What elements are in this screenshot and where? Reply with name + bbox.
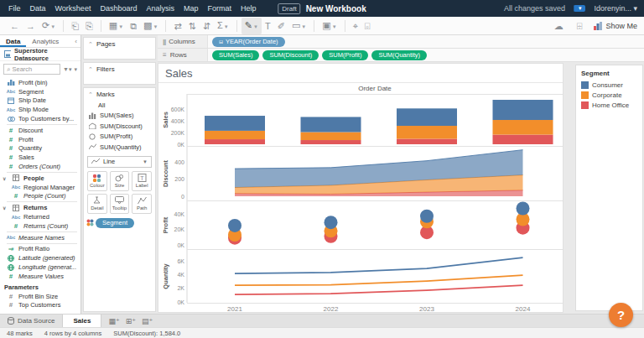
field-returns[interactable]: ∨Returns xyxy=(0,203,80,212)
collapse-pane-icon[interactable]: ‹ xyxy=(75,38,80,45)
menu-format[interactable]: Format xyxy=(207,4,231,13)
field-ship-date[interactable]: Ship Date xyxy=(0,96,80,106)
menu-map[interactable]: Map xyxy=(184,4,199,13)
label-button[interactable]: TLabel xyxy=(132,171,152,191)
collapse-filters-icon[interactable]: ⌃ xyxy=(88,66,93,73)
new-worksheet-icon[interactable]: ▦⁺ xyxy=(108,317,119,325)
menu-analysis[interactable]: Analysis xyxy=(146,4,174,13)
color-shelf-pill-segment[interactable]: Segment xyxy=(96,218,134,228)
field-discount[interactable]: #Discount xyxy=(0,126,80,135)
field-returns-count[interactable]: #Returns (Count) xyxy=(0,221,80,231)
highlight-icon[interactable]: ✎▼ xyxy=(242,18,262,34)
chart-canvas[interactable]: Order Date0K200K400K600KSales0200400Disc… xyxy=(158,64,563,312)
legend-item-corporate[interactable]: Corporate xyxy=(581,90,637,100)
new-dashboard-icon[interactable]: ⊞⁺ xyxy=(126,317,136,325)
group-expand-icon[interactable]: ∨ xyxy=(3,205,8,211)
workbook-title[interactable]: New Workbook xyxy=(306,4,366,13)
show-mark-labels-icon[interactable]: T xyxy=(262,18,274,34)
field-segment[interactable]: AbcSegment xyxy=(0,87,80,96)
search-input[interactable]: ⌕ Search xyxy=(3,64,60,75)
legend-item-consumer[interactable]: Consumer xyxy=(581,80,637,90)
tab-data[interactable]: Data xyxy=(0,35,26,47)
field-profit-bin[interactable]: Profit (bin) xyxy=(0,78,80,87)
forward-icon[interactable]: → xyxy=(23,18,39,34)
field-orders-count[interactable]: #Orders (Count) xyxy=(0,162,80,171)
marks-item-sum-profit[interactable]: SUM(Profit) xyxy=(84,132,155,143)
marks-item-sum-quantity[interactable]: SUM(Quantity) xyxy=(84,142,155,153)
legend-item-home-office[interactable]: Home Office xyxy=(581,100,637,110)
highlighter-icon[interactable]: ⌖ xyxy=(350,18,361,34)
back-icon[interactable]: ← xyxy=(7,18,23,34)
duplicate-icon[interactable]: ⧉ xyxy=(127,18,140,34)
group-expand-icon[interactable]: ∨ xyxy=(3,175,8,181)
field-measure-values[interactable]: #Measure Values xyxy=(0,272,80,281)
pill-sum-profit[interactable]: SUM(Profit) xyxy=(322,50,368,60)
device-preview-icon[interactable]: ▣▼ xyxy=(319,18,340,34)
presentation-mode-icon[interactable]: ⌻ xyxy=(361,18,374,34)
mark-type-dropdown[interactable]: Line ▼ xyxy=(87,156,152,168)
path-button[interactable]: Path xyxy=(132,194,152,214)
field-people[interactable]: ∨People xyxy=(0,174,80,183)
size-button[interactable]: Size xyxy=(110,171,130,191)
new-story-icon[interactable]: ▤⁺ xyxy=(142,317,153,325)
field-profit-bin-size[interactable]: #Profit Bin Size xyxy=(0,292,80,301)
field-longitude-generat[interactable]: Longitude (generat... xyxy=(0,263,80,272)
field-sales[interactable]: #Sales xyxy=(0,153,80,162)
pause-auto-updates-icon[interactable]: ⎘ xyxy=(82,18,96,34)
aggregate-summary: SUM(Discount): 1,584.0 xyxy=(113,330,180,337)
columns-shelf[interactable]: |||Columns ⊟YEAR(Order Date) xyxy=(158,35,644,49)
help-button[interactable]: ? xyxy=(609,303,633,327)
sort-descending-icon[interactable]: ⇵ xyxy=(200,18,214,34)
publish-caret-icon[interactable]: ▾ xyxy=(574,5,586,12)
field-ship-mode[interactable]: AbcShip Mode xyxy=(0,105,80,114)
field-regional-manager[interactable]: AbcRegional Manager xyxy=(0,183,80,192)
new-worksheet-icon[interactable]: ▦▼ xyxy=(106,18,127,34)
marks-item-all[interactable]: All xyxy=(84,100,155,111)
menu-data[interactable]: Data xyxy=(30,4,46,13)
tab-sheet-sales[interactable]: Sales xyxy=(62,315,101,327)
colour-button[interactable]: Colour xyxy=(87,171,107,191)
menu-dashboard[interactable]: Dashboard xyxy=(100,4,137,13)
replay-icon[interactable]: ⟳▼ xyxy=(39,18,59,34)
fit-icon[interactable]: ▭▼ xyxy=(288,18,309,34)
field-quantity[interactable]: #Quantity xyxy=(0,144,80,153)
pill-year-order-date[interactable]: ⊟YEAR(Order Date) xyxy=(212,37,285,47)
datasource-item[interactable]: Superstore Datasource xyxy=(0,48,80,61)
pill-sum-sales[interactable]: SUM(Sales) xyxy=(212,50,259,60)
metrics-icon[interactable]: ⌹ xyxy=(574,18,586,34)
show-me-button[interactable]: Show Me xyxy=(594,22,637,30)
field-latitude-generated[interactable]: Latitude (generated) xyxy=(0,253,80,263)
filter-funnel-icon[interactable]: ▼▾ xyxy=(63,66,71,73)
field-returned[interactable]: AbcReturned xyxy=(0,212,80,221)
field-measure-names[interactable]: AbcMeasure Names xyxy=(0,233,80,242)
menu-help[interactable]: Help xyxy=(241,4,257,13)
field-profit[interactable]: #Profit xyxy=(0,135,80,144)
totals-icon[interactable]: Σ▼ xyxy=(214,18,232,34)
field-top-customers-by[interactable]: Top Customers by... xyxy=(0,114,80,123)
field-profit-ratio[interactable]: =#Profit Ratio xyxy=(0,245,80,254)
clear-sheet-icon[interactable]: ▩▼ xyxy=(140,18,161,34)
collapse-marks-icon[interactable]: ⌃ xyxy=(88,91,93,98)
sort-ascending-icon[interactable]: ⇅ xyxy=(185,18,200,34)
marks-item-sum-sales[interactable]: SUM(Sales) xyxy=(84,111,155,122)
swap-icon[interactable]: ⇄ xyxy=(170,18,184,34)
field-top-customers[interactable]: #Top Customers xyxy=(0,301,80,310)
user-menu[interactable]: Idorenyin... ▾ xyxy=(594,4,637,13)
menu-file[interactable]: File xyxy=(8,4,21,13)
new-data-source-icon[interactable]: ⎗ xyxy=(68,18,82,34)
pill-sum-quantity[interactable]: SUM(Quantity) xyxy=(371,50,427,60)
tooltip-button[interactable]: Tooltip xyxy=(110,194,130,214)
pill-sum-discount[interactable]: SUM(Discount) xyxy=(262,50,319,60)
rows-shelf[interactable]: ≡Rows SUM(Sales)SUM(Discount)SUM(Profit)… xyxy=(158,49,644,62)
publish-button[interactable]: Publish As... ▾ xyxy=(574,5,586,12)
detail-button[interactable]: Detail xyxy=(87,194,107,214)
collapse-pages-icon[interactable]: ⌃ xyxy=(88,41,93,48)
field-options-icon[interactable]: ▾ xyxy=(74,66,77,73)
menu-worksheet[interactable]: Worksheet xyxy=(55,4,91,13)
marks-item-sum-discount[interactable]: SUM(Discount) xyxy=(84,121,155,132)
fix-axes-icon[interactable]: ✐ xyxy=(274,18,288,34)
field-people-count[interactable]: #People (Count) xyxy=(0,192,80,201)
tab-analytics[interactable]: Analytics xyxy=(26,35,65,47)
tab-data-source[interactable]: Data Source xyxy=(0,315,62,327)
share-icon[interactable]: ☁ xyxy=(551,18,567,34)
